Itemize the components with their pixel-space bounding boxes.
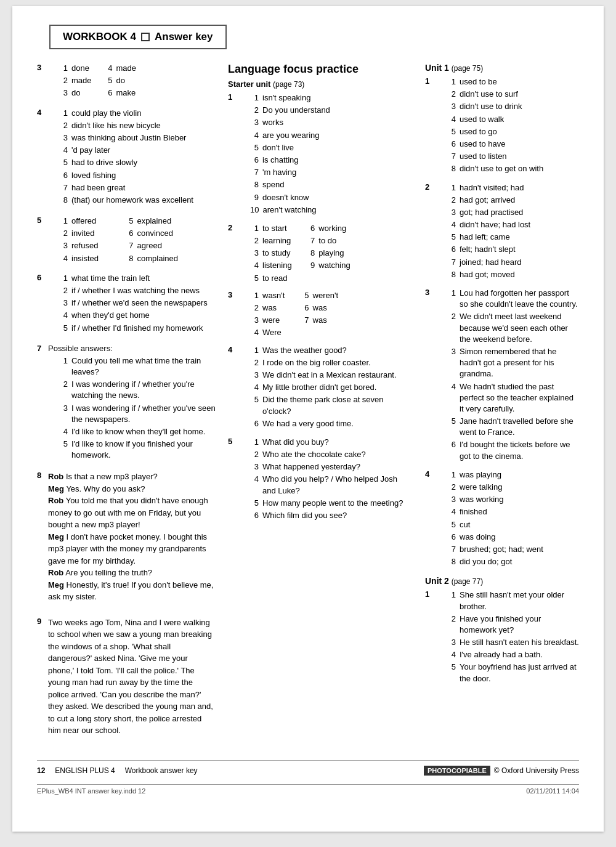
list-item: 3if / whether we'd seen the newspapers — [59, 298, 208, 309]
list-item: 3Simon remembered that he hadn't got a p… — [447, 346, 579, 380]
section-num-5: 5 — [37, 216, 44, 225]
list-item: 2Do you understand — [250, 105, 330, 116]
list-item: 3didn't use to drink — [447, 101, 543, 112]
list-item: 2I rode on the big roller coaster. — [250, 357, 413, 368]
list-item: 2was — [250, 302, 288, 314]
list-item: 5had to drive slowly — [59, 157, 193, 168]
unit2-section-1: 1 1She still hasn't met your older broth… — [425, 590, 579, 686]
list-item: 4I'd like to know when they'll get home. — [59, 426, 216, 437]
photocopiable-badge: PHOTOCOPIABLE — [424, 766, 490, 776]
list-item: 4Were — [250, 327, 288, 338]
starter-section-4: 4 1Was the weather good? 2I rode on the … — [228, 345, 413, 431]
list-item: 2We didn't meet last weekend because we'… — [447, 311, 579, 345]
speaker-meg: Meg — [48, 580, 64, 590]
speaker-meg: Meg — [48, 484, 64, 493]
list-item: 6was doing — [447, 532, 543, 543]
list-item: 2I was wondering if / whether you're wat… — [59, 379, 216, 401]
list-item: 7brushed; got; had; went — [447, 544, 543, 555]
starter-sec-num-1: 1 — [228, 92, 235, 102]
starter-2-grid: 1to start 6working 2learning 7to do 3to … — [250, 223, 351, 284]
list-item: 5Jane hadn't travelled before she went t… — [447, 416, 579, 438]
answer-key-label: Answer key — [155, 31, 213, 43]
list-item: 2if / whether I was watching the news — [59, 285, 208, 296]
list-item: 6was — [301, 302, 339, 314]
section-num-7: 7 — [37, 344, 44, 353]
footer-left: 12 ENGLISH PLUS 4 Workbook answer key — [37, 766, 198, 775]
unit1-sec-num-4: 4 — [425, 469, 432, 479]
starter-1-list: 1isn't speaking 2Do you understand 3work… — [250, 92, 330, 217]
list-item: 9doesn't know — [250, 192, 330, 203]
list-item: 3was working — [447, 494, 543, 505]
starter-5-list: 1What did you buy? 2Who ate the chocolat… — [250, 437, 413, 522]
list-item: 5I'd like to know if you finished your h… — [59, 439, 216, 461]
list-item: 4Who did you help? / Who helped Josh and… — [250, 474, 413, 496]
list-item: 5Did the theme park close at seven o'clo… — [250, 394, 413, 416]
bottom-bar: EPlus_WB4 INT answer key.indd 12 02/11/2… — [37, 784, 579, 795]
unit1-4-list: 1was playing 2were talking 3was working … — [447, 469, 543, 569]
list-item: 2had got; arrived — [447, 195, 530, 206]
list-item: 1wasn't — [250, 290, 288, 301]
list-item: 3refused — [59, 240, 113, 251]
list-item: 6make — [104, 87, 137, 99]
section-7-content: Possible answers: 1Could you tell me wha… — [48, 344, 216, 463]
page-title: WORKBOOK 4 Answer key — [63, 31, 213, 43]
list-item: 5How many people went to the meeting? — [250, 498, 413, 509]
unit2-sec-num-1: 1 — [425, 590, 432, 599]
list-item: 4I've already had a bath. — [447, 649, 579, 660]
list-item: 3He still hasn't eaten his breakfast. — [447, 637, 579, 648]
list-item: 1done — [59, 63, 92, 74]
speaker-meg: Meg — [48, 532, 64, 541]
unit-1-title: Unit 1 (page 75) — [425, 63, 579, 73]
list-item: 2didn't like his new bicycle — [59, 120, 193, 131]
unit1-sec-num-2: 2 — [425, 182, 432, 192]
list-item: 4'd pay later — [59, 145, 193, 156]
speaker-rob: Rob — [48, 472, 63, 481]
list-item: 8did you do; got — [447, 556, 543, 567]
unit1-3-list: 1Lou had forgotten her passport so she c… — [447, 288, 579, 463]
list-item: 7agreed — [125, 240, 179, 251]
list-item: 6loved fishing — [59, 170, 193, 181]
starter-unit-header: Starter unit (page 73) — [228, 79, 413, 89]
starter-section-3: 3 1wasn't 5weren't 2was 6was 3were 7was … — [228, 290, 413, 339]
list-item: 4finished — [447, 506, 543, 517]
starter-3-grid: 1wasn't 5weren't 2was 6was 3were 7was 4W… — [250, 290, 338, 339]
list-item: 3to study — [250, 248, 294, 259]
list-item: 5don't live — [250, 142, 330, 153]
starter-sec-num-2: 2 — [228, 223, 235, 232]
middle-column: Language focus practice Starter unit (pa… — [222, 63, 419, 750]
list-item — [301, 327, 339, 338]
unit1-sec-num-1: 1 — [425, 76, 432, 86]
content-area: 3 1done 4made 2made 5do 3do 6make 4 — [37, 63, 579, 750]
list-item: 3I was wondering if / whether you've see… — [59, 403, 216, 425]
list-item: 7'm having — [250, 167, 330, 178]
starter-section-5: 5 1What did you buy? 2Who ate the chocol… — [228, 437, 413, 522]
list-item: 7joined; had heard — [447, 257, 530, 268]
list-item: 3were — [250, 315, 288, 326]
list-item: 2didn't use to surf — [447, 89, 543, 100]
unit1-section-3: 3 1Lou had forgotten her passport so she… — [425, 288, 579, 463]
section-num-8: 8 — [37, 471, 44, 480]
square-icon — [141, 33, 150, 41]
file-name: EPlus_WB4 INT answer key.indd 12 — [37, 787, 145, 795]
list-item: 5had left; came — [447, 232, 530, 243]
list-item: 7used to listen — [447, 151, 543, 162]
list-item: 7to do — [306, 235, 350, 246]
section-3: 3 1done 4made 2made 5do 3do 6make — [37, 63, 216, 99]
section-5-grid: 1offered 5explained 2invited 6convinced … — [59, 216, 178, 264]
unit1-sec-num-3: 3 — [425, 288, 432, 297]
list-item: 6felt; hadn't slept — [447, 244, 530, 255]
list-item: 1was playing — [447, 469, 543, 480]
list-item: 2were talking — [447, 482, 543, 493]
list-item: 1She still hasn't met your older brother… — [447, 590, 579, 612]
list-item: 4made — [104, 63, 137, 74]
list-item: 1isn't speaking — [250, 92, 330, 103]
starter-section-1: 1 1isn't speaking 2Do you understand 3wo… — [228, 92, 413, 217]
list-item: 5Your boyfriend has just arrived at the … — [447, 662, 579, 684]
section-8-prose: Rob Is that a new mp3 player? Meg Yes. W… — [48, 471, 216, 603]
list-item: 2Have you finished your homework yet? — [447, 614, 579, 636]
starter-4-list: 1Was the weather good? 2I rode on the bi… — [250, 345, 413, 431]
unit-2-title: Unit 2 (page 77) — [425, 576, 579, 586]
list-item: 6I'd bought the tickets before we got to… — [447, 439, 579, 461]
list-item: 5cut — [447, 519, 543, 530]
section-num-6: 6 — [37, 273, 44, 282]
